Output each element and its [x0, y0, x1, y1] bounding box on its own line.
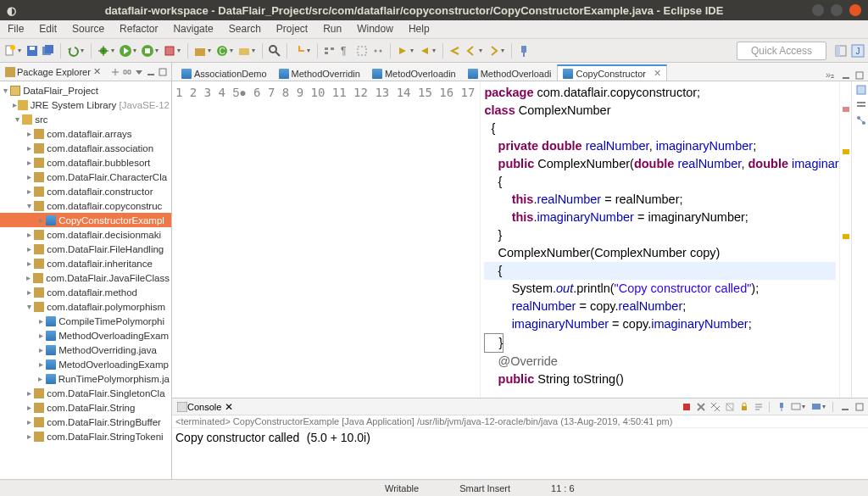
open-type-icon[interactable]: [268, 44, 281, 58]
hierarchy-icon[interactable]: [856, 115, 866, 125]
quick-access-field[interactable]: Quick Access: [737, 42, 826, 60]
console-output[interactable]: Copy constructor called (5.0 + 10.0i): [172, 428, 868, 479]
file-node-selected[interactable]: ▸ CopyConstructorExampl: [0, 213, 171, 227]
editor-tab-active[interactable]: CopyConstructor ✕: [557, 64, 667, 81]
menu-help[interactable]: Help: [401, 20, 437, 38]
pkg-node[interactable]: ▸ com.dataflair.inheritance: [0, 256, 171, 270]
back-icon[interactable]: [465, 44, 478, 58]
close-window-button[interactable]: [849, 4, 861, 16]
pkg-node[interactable]: ▸ com.DataFlair.StringTokeni: [0, 429, 171, 443]
last-edit-icon[interactable]: [448, 44, 462, 58]
pkg-node[interactable]: ▸ com.DataFlair.CharacterCla: [0, 170, 171, 184]
file-node[interactable]: ▸ CompileTimePolymorphi: [0, 314, 171, 328]
file-node[interactable]: ▸ MethodOverriding.java: [0, 343, 171, 357]
save-icon[interactable]: [25, 44, 39, 58]
editor-overflow[interactable]: »₂: [821, 70, 839, 81]
editor-tab[interactable]: AssociationDemo: [175, 66, 273, 81]
remove-all-icon[interactable]: [710, 402, 721, 412]
pkg-node[interactable]: ▸ com.dataflair.association: [0, 141, 171, 155]
link-editor-icon[interactable]: [122, 67, 132, 77]
terminate-icon[interactable]: [682, 402, 692, 412]
line-number-gutter[interactable]: 1 2 3 4 5● 6 7 8 9 10 11 12 13 14 15 16 …: [172, 81, 481, 398]
menu-search[interactable]: Search: [221, 20, 269, 38]
menu-refactor[interactable]: Refactor: [112, 20, 165, 38]
menu-file[interactable]: File: [0, 20, 31, 38]
menu-source[interactable]: Source: [64, 20, 112, 38]
close-view-icon[interactable]: ✕: [93, 66, 101, 77]
minimize-editor-icon[interactable]: [841, 70, 851, 81]
pkg-node[interactable]: ▸ com.DataFlair.StringBuffer: [0, 415, 171, 429]
menu-run[interactable]: Run: [315, 20, 349, 38]
overview-ruler[interactable]: [839, 81, 851, 398]
pkg-node[interactable]: ▸ com.dataflair.arrays: [0, 126, 171, 141]
forward-icon[interactable]: [487, 44, 500, 58]
debug-icon[interactable]: [97, 44, 110, 58]
src-node[interactable]: ▾ src: [0, 112, 171, 126]
java-perspective-icon[interactable]: J: [851, 44, 865, 58]
undo-icon[interactable]: [66, 44, 80, 58]
new-icon[interactable]: [3, 44, 17, 58]
pkg-node[interactable]: ▸ com.dataflair.decisionmaki: [0, 227, 171, 242]
minimize-button[interactable]: [812, 4, 824, 16]
maximize-view-icon[interactable]: [158, 67, 168, 77]
open-perspective-icon[interactable]: [834, 44, 848, 58]
maximize-button[interactable]: [831, 4, 843, 16]
file-node[interactable]: ▸ MetodOverloadingExamp: [0, 357, 171, 371]
word-wrap-icon[interactable]: [754, 402, 764, 412]
minimize-console-icon[interactable]: [840, 402, 850, 412]
remove-launch-icon[interactable]: [696, 402, 706, 412]
maximize-editor-icon[interactable]: [854, 70, 865, 81]
toggle-breadcrumb-icon[interactable]: [323, 44, 337, 58]
view-menu-icon[interactable]: [134, 67, 144, 77]
maximize-console-icon[interactable]: [854, 402, 865, 412]
save-all-icon[interactable]: [42, 44, 55, 58]
editor-tab[interactable]: MethodOverloadi: [462, 66, 558, 81]
run-icon[interactable]: [119, 44, 132, 58]
jre-node[interactable]: ▸ JRE System Library [JavaSE-12: [0, 98, 171, 112]
pkg-node[interactable]: ▸ com.DataFlair.JavaFileClass: [0, 270, 171, 285]
block-selection-icon[interactable]: [355, 44, 369, 58]
open-console-icon[interactable]: [811, 402, 821, 412]
menu-project[interactable]: Project: [269, 20, 315, 38]
package-tree[interactable]: ▾ DataFlair_Project ▸ JRE System Library…: [0, 81, 171, 479]
pin-console-icon[interactable]: [776, 402, 787, 412]
pkg-node[interactable]: ▸ com.DataFlair.String: [0, 400, 171, 415]
code-content[interactable]: package com.dataflair.copyconstructor; c…: [481, 81, 839, 398]
close-console-icon[interactable]: ✕: [221, 401, 232, 413]
next-annotation-icon[interactable]: [396, 44, 409, 58]
pkg-node[interactable]: ▸ com.dataflair.bubblesort: [0, 155, 171, 170]
outline-icon[interactable]: [856, 85, 866, 95]
menu-edit[interactable]: Edit: [31, 20, 64, 38]
new-folder-icon[interactable]: [237, 44, 251, 58]
editor-tab[interactable]: MetodOverloadin: [366, 66, 462, 81]
show-whitespace-icon[interactable]: [371, 44, 385, 58]
file-node[interactable]: ▸ MethodOverloadingExam: [0, 328, 171, 343]
coverage-icon[interactable]: [141, 44, 154, 58]
pkg-node[interactable]: ▸ com.dataflair.constructor: [0, 184, 171, 198]
collapse-all-icon[interactable]: [110, 67, 120, 77]
scroll-lock-icon[interactable]: [739, 402, 749, 412]
pin-editor-icon[interactable]: [517, 44, 531, 58]
code-editor[interactable]: 1 2 3 4 5● 6 7 8 9 10 11 12 13 14 15 16 …: [172, 81, 868, 398]
pkg-node[interactable]: ▸ com.DataFlair.SingletonCla: [0, 386, 171, 400]
file-node[interactable]: ▸ RunTimePolymorphism.ja: [0, 371, 171, 386]
close-tab-icon[interactable]: ✕: [654, 68, 661, 79]
project-node[interactable]: ▾ DataFlair_Project: [0, 83, 171, 98]
pkg-node[interactable]: ▸ com.DataFlair.FileHandling: [0, 242, 171, 256]
prev-annotation-icon[interactable]: [418, 44, 431, 58]
pkg-node-open[interactable]: ▾ com.dataflair.polymorphism: [0, 299, 171, 314]
pkg-node-open[interactable]: ▾ com.dataflair.copyconstruc: [0, 198, 171, 213]
pkg-node[interactable]: ▸ com.dataflair.method: [0, 285, 171, 299]
mark-occurrences-icon[interactable]: ¶: [339, 44, 353, 58]
editor-tab[interactable]: MethodOverridin: [273, 66, 366, 81]
new-package-icon[interactable]: [193, 44, 207, 58]
display-console-icon[interactable]: [791, 402, 801, 412]
task-list-icon[interactable]: [856, 100, 866, 110]
ext-tools-icon[interactable]: [163, 44, 176, 58]
clear-console-icon[interactable]: [725, 402, 735, 412]
minimize-view-icon[interactable]: [146, 67, 156, 77]
search-icon[interactable]: [292, 44, 306, 58]
menu-navigate[interactable]: Navigate: [165, 20, 220, 38]
new-class-icon[interactable]: C: [215, 44, 229, 58]
menu-window[interactable]: Window: [349, 20, 401, 38]
